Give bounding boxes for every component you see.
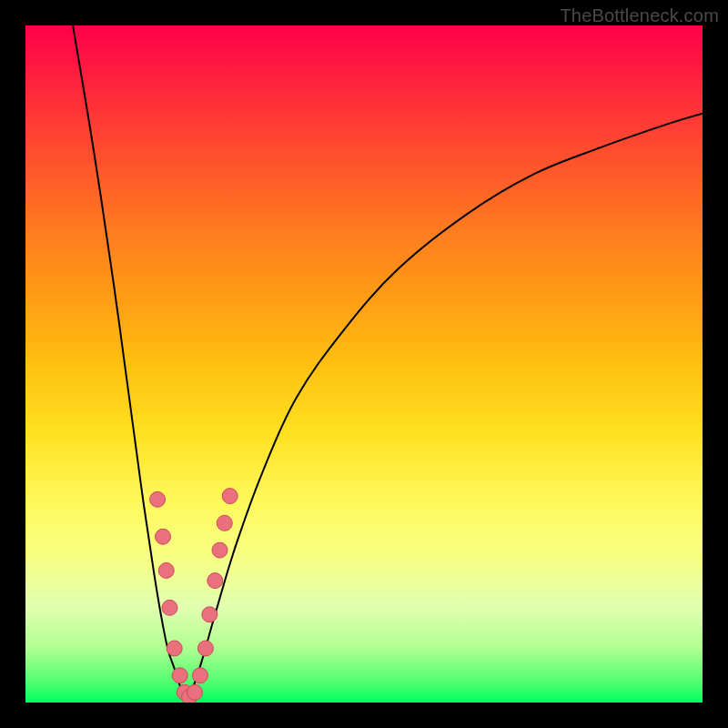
data-point [222, 489, 238, 504]
chart-svg [25, 25, 703, 703]
right-curve [188, 114, 703, 703]
data-point [192, 668, 207, 683]
data-point [212, 542, 228, 558]
data-point [158, 562, 174, 578]
data-point [162, 600, 177, 615]
data-point [217, 515, 232, 531]
data-point [202, 607, 217, 622]
dots-group [150, 489, 238, 703]
data-point [187, 684, 203, 700]
plot-area [25, 25, 703, 703]
data-point [156, 529, 171, 544]
data-point [172, 668, 187, 683]
watermark-text: TheBottleneck.com [560, 5, 719, 26]
data-point [207, 573, 223, 589]
data-point [150, 491, 166, 507]
data-point [197, 641, 213, 656]
chart-frame: TheBottleneck.com [0, 0, 728, 728]
data-point [167, 641, 182, 656]
